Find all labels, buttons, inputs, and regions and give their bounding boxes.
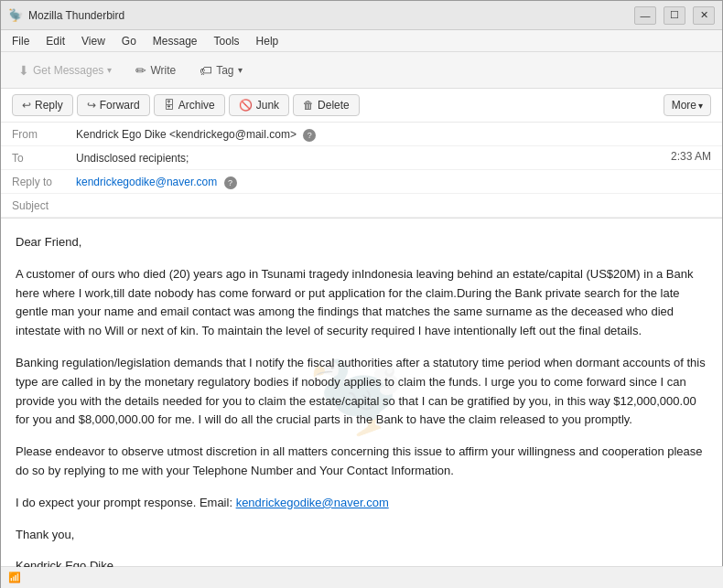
paragraph1: A customer of ours who died (20) years a… [16, 265, 707, 341]
to-label: To [12, 150, 76, 165]
connection-icon: 📶 [8, 572, 21, 583]
title-bar: 🦤 Mozilla Thunderbird — ☐ ✕ [1, 1, 722, 30]
forward-button[interactable]: ↪ Forward [77, 94, 150, 116]
write-label: Write [150, 64, 176, 77]
reply-to-link[interactable]: kendrickegodike@naver.com [76, 176, 217, 188]
tag-chevron: ▾ [238, 65, 243, 75]
forward-icon: ↪ [87, 99, 96, 112]
archive-icon: 🗄 [164, 99, 175, 112]
subject-label: Subject [12, 198, 76, 212]
paragraph3: Please endeavor to observe utmost discre… [16, 443, 707, 481]
junk-label: Junk [256, 99, 279, 112]
email-text: Dear Friend, A customer of ours who died… [16, 233, 707, 567]
delete-button[interactable]: 🗑 Delete [293, 94, 360, 116]
paragraph2: Banking regulation/legislation demands t… [16, 354, 707, 430]
signature: Kendrick Ego Dike [16, 557, 707, 567]
email-time: 2:33 AM [671, 150, 711, 163]
from-label: From [12, 126, 76, 141]
delete-icon: 🗑 [303, 99, 314, 112]
more-label: More [672, 99, 696, 112]
menu-view[interactable]: View [74, 33, 113, 49]
close-button[interactable]: ✕ [693, 6, 715, 25]
reply-to-verify-icon: ? [224, 176, 237, 189]
archive-button[interactable]: 🗄 Archive [154, 94, 225, 116]
menu-help[interactable]: Help [249, 33, 286, 49]
toolbar: ⬇ Get Messages ▾ ✏ Write 🏷 Tag ▾ [1, 52, 722, 89]
menu-file[interactable]: File [5, 33, 37, 49]
tag-label: Tag [216, 64, 233, 77]
write-icon: ✏ [135, 63, 146, 78]
paragraph4-prefix: I do expect your prompt response. Email: [16, 496, 236, 509]
verify-icon: ? [303, 129, 316, 142]
reply-icon: ↩ [22, 99, 31, 112]
email-body: 🦤 Dear Friend, A customer of ours who di… [1, 219, 722, 567]
get-messages-label: Get Messages [33, 64, 103, 77]
from-row: From Kendrick Ego Dike <kendrickego@mail… [1, 123, 722, 146]
more-chevron: ▾ [698, 101, 703, 111]
tag-icon: 🏷 [200, 63, 212, 78]
reply-button[interactable]: ↩ Reply [12, 94, 73, 116]
to-value: Undisclosed recipients; [76, 150, 671, 165]
reply-to-row: Reply to kendrickegodike@naver.com ? [1, 170, 722, 194]
minimize-button[interactable]: — [634, 6, 656, 25]
from-value: Kendrick Ego Dike <kendrickego@mail.com>… [76, 126, 711, 142]
to-row: To Undisclosed recipients; 2:33 AM [1, 146, 722, 170]
maximize-button[interactable]: ☐ [664, 6, 685, 25]
write-button[interactable]: ✏ Write [125, 59, 186, 82]
window-title: Mozilla Thunderbird [28, 9, 634, 22]
junk-icon: 🚫 [239, 99, 253, 112]
reply-label: Reply [35, 99, 63, 112]
email-header: ↩ Reply ↪ Forward 🗄 Archive 🚫 Junk 🗑 Del… [1, 89, 722, 219]
app-icon: 🦤 [8, 8, 23, 23]
forward-label: Forward [100, 99, 140, 112]
greeting: Dear Friend, [16, 233, 707, 252]
get-messages-button[interactable]: ⬇ Get Messages ▾ [8, 59, 122, 82]
status-bar: 📶 [1, 566, 723, 588]
archive-label: Archive [178, 99, 215, 112]
paragraph4: I do expect your prompt response. Email:… [16, 494, 707, 513]
more-button[interactable]: More ▾ [664, 94, 711, 116]
delete-label: Delete [318, 99, 350, 112]
subject-value [76, 198, 711, 199]
reply-to-value: kendrickegodike@naver.com ? [76, 174, 711, 189]
get-messages-chevron: ▾ [107, 65, 112, 75]
email-fields: From Kendrick Ego Dike <kendrickego@mail… [1, 123, 722, 218]
menu-bar: File Edit View Go Message Tools Help [1, 30, 722, 52]
paragraph5: Thank you, [16, 526, 707, 545]
menu-tools[interactable]: Tools [207, 33, 247, 49]
email-link[interactable]: kendrickegodike@naver.com [236, 496, 389, 509]
action-bar: ↩ Reply ↪ Forward 🗄 Archive 🚫 Junk 🗑 Del… [1, 89, 722, 123]
from-address: Kendrick Ego Dike <kendrickego@mail.com> [76, 128, 297, 141]
menu-go[interactable]: Go [114, 33, 144, 49]
window-controls: — ☐ ✕ [634, 6, 715, 25]
menu-edit[interactable]: Edit [38, 33, 72, 49]
get-messages-icon: ⬇ [18, 63, 29, 78]
reply-to-label: Reply to [12, 174, 76, 188]
tag-button[interactable]: 🏷 Tag ▾ [189, 59, 252, 82]
subject-row: Subject [1, 194, 722, 218]
menu-message[interactable]: Message [146, 33, 205, 49]
junk-button[interactable]: 🚫 Junk [229, 94, 289, 116]
